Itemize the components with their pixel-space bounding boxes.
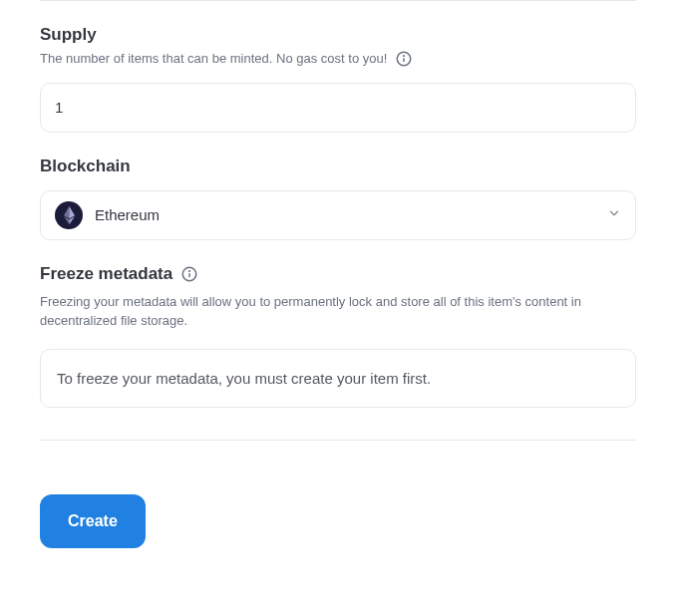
- supply-section: Supply The number of items that can be m…: [40, 25, 636, 133]
- blockchain-selected-label: Ethereum: [95, 206, 595, 223]
- svg-point-5: [189, 270, 190, 271]
- freeze-title-row: Freeze metadata: [40, 264, 636, 284]
- top-divider: [40, 0, 636, 1]
- blockchain-title: Blockchain: [40, 156, 636, 176]
- supply-help-text: The number of items that can be minted. …: [40, 49, 387, 69]
- svg-point-2: [404, 55, 405, 56]
- ethereum-icon: [55, 201, 83, 229]
- supply-input[interactable]: [40, 83, 636, 133]
- supply-help-row: The number of items that can be minted. …: [40, 49, 636, 69]
- bottom-divider: [40, 440, 636, 441]
- freeze-help-text: Freezing your metadata will allow you to…: [40, 292, 636, 331]
- blockchain-select[interactable]: Ethereum: [40, 190, 636, 240]
- info-icon[interactable]: [180, 265, 198, 283]
- supply-title: Supply: [40, 25, 636, 45]
- create-button[interactable]: Create: [40, 494, 146, 548]
- blockchain-section: Blockchain Ethereum: [40, 156, 636, 240]
- freeze-notice: To freeze your metadata, you must create…: [40, 349, 636, 408]
- freeze-title: Freeze metadata: [40, 264, 172, 284]
- freeze-section: Freeze metadata Freezing your metadata w…: [40, 264, 636, 408]
- chevron-down-icon: [607, 206, 621, 224]
- info-icon[interactable]: [395, 50, 413, 68]
